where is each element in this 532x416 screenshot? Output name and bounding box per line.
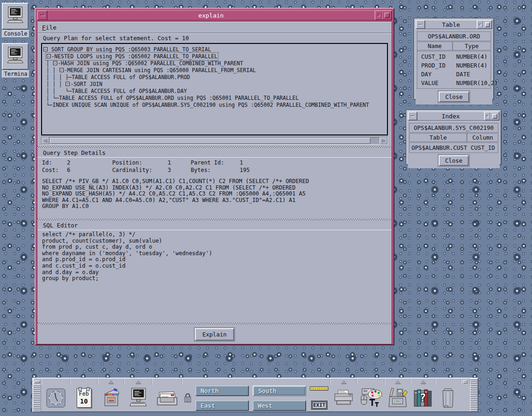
panel-minimize-tab[interactable] (33, 379, 42, 385)
title-bar[interactable]: Index (408, 111, 500, 121)
subpanel-arrow[interactable] (124, 379, 152, 385)
tree-row[interactable]: │ │ │ -SORT JOIN (43, 80, 386, 87)
desktop-icon-label[interactable]: Console (2, 30, 30, 38)
tree-row[interactable]: │ │ -MERGE JOIN CARTESIAN using PQS :Q65… (43, 67, 386, 73)
cell-type: NUMBER(4) (453, 61, 490, 70)
workspace-grid: North South East West (195, 385, 306, 411)
window-menu-button[interactable] (416, 20, 425, 29)
subpanel-arrow[interactable] (385, 379, 411, 385)
sql-editor-textarea[interactable]: select /*+ parallel(o, 3) */ product, co… (37, 230, 392, 323)
tree-node-label: TABLE ACCESS FULL of OPS$ALANBUR.ORD usi… (59, 95, 299, 101)
iconify-button[interactable] (375, 11, 382, 20)
expand-box-icon[interactable] (60, 68, 64, 72)
tree-node-label: -NESTED LOOPS using PQS :Q65002 PARALLEL… (51, 53, 218, 60)
tree-node-label: SORT GROUP BY using PQS :Q65003 PARALLEL… (48, 46, 211, 53)
tree-row[interactable]: │ │ └─TABLE ACCESS FULL of OPS$ALANBUR.D… (43, 87, 386, 94)
scroll-left-arrow-icon[interactable]: ◁ (42, 137, 49, 144)
horizontal-scrollbar[interactable]: ◁ ▷ (41, 137, 388, 145)
tree-row[interactable]: SORT GROUP BY using PQS :Q65003 PARALLEL… (43, 46, 386, 53)
window-menu-button[interactable] (408, 112, 417, 120)
application-manager-icon[interactable] (385, 385, 411, 411)
clock-icon[interactable] (42, 385, 70, 411)
file-manager-icon[interactable] (98, 385, 125, 411)
subpanel-arrow[interactable] (98, 379, 125, 385)
title-bar[interactable]: explain (37, 10, 392, 20)
workspace-button-west[interactable]: West (253, 400, 306, 411)
table-row[interactable]: DAYDATE (417, 70, 490, 79)
maximize-button[interactable] (490, 112, 499, 120)
slot-calendar: Feb 10 (70, 379, 98, 411)
maximize-icon (492, 114, 497, 119)
expand-box-icon[interactable] (53, 61, 57, 65)
trash-icon[interactable] (435, 385, 461, 411)
iconify-button[interactable] (477, 20, 483, 29)
workspace-button-south-active[interactable]: South (253, 385, 306, 396)
tree-connector: │ │ │ ├─ (43, 74, 72, 80)
terminal-icon[interactable] (2, 43, 29, 70)
expand-box-icon[interactable] (66, 82, 70, 86)
lock-icon[interactable] (184, 393, 192, 403)
desktop-icon-label[interactable]: Termina (2, 70, 30, 78)
terminal-icon[interactable] (124, 385, 152, 411)
slot-tab (435, 379, 461, 385)
front-panel: Feb 10 (32, 378, 478, 412)
scroll-right-arrow-icon[interactable]: ▷ (380, 137, 387, 144)
tree-row[interactable]: │ │ │ ├─TABLE ACCESS FULL of OPS$ALANBUR… (43, 73, 386, 80)
printer-icon[interactable] (330, 385, 357, 411)
iconify-button[interactable] (484, 112, 490, 120)
mail-icon[interactable] (152, 385, 182, 411)
window-menu-button[interactable] (37, 11, 47, 20)
subpanel-arrow[interactable] (330, 379, 357, 385)
maximize-icon (384, 12, 390, 18)
scrollbar-thumb[interactable] (50, 138, 370, 144)
table-row[interactable]: PROD_IDNUMBER(4) (417, 61, 490, 70)
subpanel-arrow[interactable] (411, 379, 435, 385)
up-arrow-icon (108, 380, 114, 384)
menu-file[interactable]: File (42, 24, 56, 31)
panel-handle-left[interactable] (33, 379, 42, 411)
query-plan-tree[interactable]: SORT GROUP BY using PQS :Q65003 PARALLEL… (41, 43, 388, 135)
table-row[interactable]: VALUENUMBER(10,2) (417, 79, 490, 87)
index-list[interactable]: OPS$ALANBUR.CUSTCUST_ID (409, 142, 498, 153)
explain-button[interactable]: Explain (195, 328, 234, 341)
tree-row[interactable]: └─INDEX UNIQUE SCAN UNIQUE of OPS$ALANBU… (43, 101, 386, 108)
tree-row-selected[interactable]: -NESTED LOOPS using PQS :Q65002 PARALLEL… (43, 53, 386, 60)
maximize-button[interactable] (382, 11, 392, 20)
scrollbar-track[interactable] (49, 137, 380, 144)
desktop-icon-console[interactable]: Console (2, 3, 30, 38)
column-list[interactable]: CUST_IDNUMBER(4) PROD_IDNUMBER(4) DAYDAT… (417, 51, 491, 89)
panel-handle-right[interactable] (470, 379, 478, 411)
maximize-button[interactable] (483, 20, 492, 29)
tree-row[interactable]: │ └─TABLE ACCESS FULL of OPS$ALANBUR.ORD… (43, 94, 386, 101)
workspace-button-east[interactable]: East (195, 400, 249, 411)
panel-menu-tab[interactable] (461, 379, 470, 385)
grip-texture[interactable] (33, 385, 41, 411)
close-button[interactable]: Close (439, 92, 469, 102)
panel-menu-icon (463, 380, 467, 384)
workspace-button-north[interactable]: North (195, 385, 249, 396)
desktop-icon-terminal[interactable]: Termina (2, 43, 30, 78)
console-icon[interactable] (2, 3, 29, 30)
tree-connector: │ │ (43, 67, 59, 73)
menu-bar: File (37, 22, 392, 33)
expand-box-icon[interactable] (47, 54, 51, 58)
slot-clock (42, 379, 70, 411)
calendar-icon[interactable]: Feb 10 (70, 385, 98, 411)
exit-button[interactable]: EXIT (311, 401, 327, 410)
button-row: Explain (37, 324, 392, 344)
tree-row[interactable]: │ -HASH JOIN using PQS :Q65002 PARALLEL_… (43, 60, 386, 67)
cell-type: NUMBER(10,2) (453, 79, 490, 87)
help-icon[interactable]: ? (411, 385, 435, 411)
sql-editor-line: group by product; (42, 275, 387, 282)
close-button[interactable]: Close (439, 155, 469, 166)
window-title: Index (417, 112, 484, 120)
title-bar[interactable]: Table (416, 20, 492, 29)
minimize-icon (40, 14, 45, 16)
style-manager-icon[interactable] (357, 385, 385, 411)
workspace-button-south[interactable]: South (254, 386, 305, 395)
panel-button-right[interactable] (461, 379, 470, 411)
column-header: Type (453, 42, 491, 50)
table-row[interactable]: OPS$ALANBUR.CUSTCUST_ID (410, 143, 498, 152)
table-row[interactable]: CUST_IDNUMBER(4) (417, 52, 490, 61)
expand-box-icon[interactable] (43, 47, 48, 51)
